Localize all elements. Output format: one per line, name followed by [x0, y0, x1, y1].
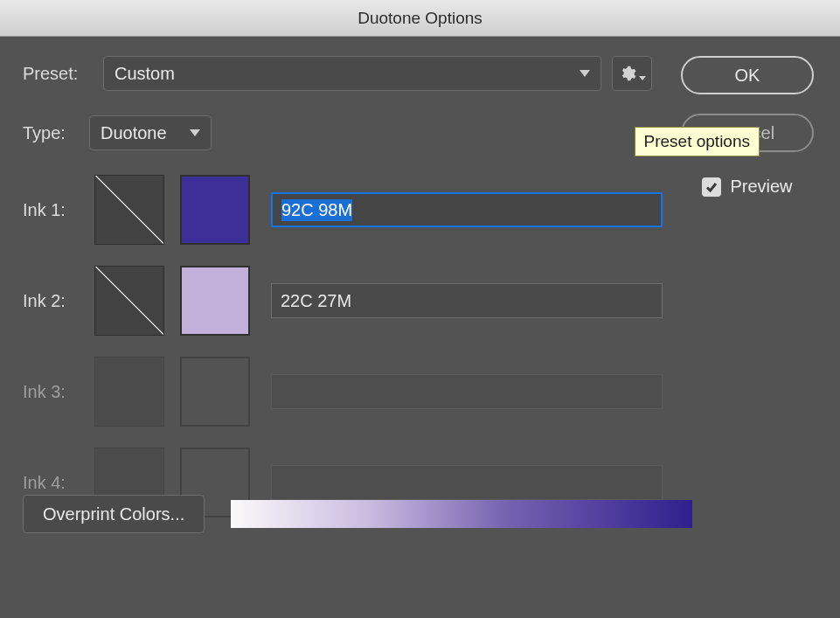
ink-3-label: Ink 3:: [23, 382, 91, 402]
ink-1-name-input[interactable]: 92C 98M: [271, 192, 663, 227]
ink-4-label: Ink 4:: [23, 473, 91, 493]
ok-button[interactable]: OK: [681, 56, 814, 94]
ink-2-swatch[interactable]: [180, 266, 250, 336]
ink-3-swatch: [180, 357, 250, 427]
diagonal-line-icon: [95, 267, 163, 335]
diagonal-line-icon: [95, 176, 163, 244]
ink-1-swatch[interactable]: [180, 175, 250, 245]
ink-2-curve[interactable]: [94, 266, 164, 336]
type-select[interactable]: Duotone: [89, 115, 212, 150]
ink-rows: Ink 1: 92C 98M Ink 2: 22C 27M Ink 3: Ink…: [23, 173, 817, 519]
ink-2-name-input[interactable]: 22C 27M: [271, 283, 663, 318]
ink-1-label: Ink 1:: [23, 200, 91, 220]
preset-label: Preset:: [23, 64, 93, 84]
preset-options-tooltip: Preset options: [635, 127, 760, 156]
window-title: Duotone Options: [358, 9, 482, 28]
duotone-gradient-preview: [231, 500, 692, 528]
ink-3-name-input: [271, 374, 663, 409]
titlebar: Duotone Options: [0, 0, 840, 37]
bottom-row: Overprint Colors...: [23, 495, 817, 533]
type-label: Type:: [23, 123, 79, 143]
ink-3-curve: [94, 357, 164, 427]
ink-1-name-value: 92C 98M: [281, 199, 352, 221]
dialog-body: Preset: Custom Type: Duotone Ink 1: 92C …: [0, 37, 840, 556]
chevron-down-icon: [190, 129, 200, 136]
type-value: Duotone: [101, 123, 167, 143]
preset-value: Custom: [115, 64, 175, 84]
gear-icon: [619, 65, 636, 82]
preview-label: Preview: [730, 177, 792, 197]
preview-checkbox-row[interactable]: Preview: [702, 177, 792, 197]
chevron-down-icon: [580, 70, 590, 77]
ink-1-curve[interactable]: [94, 175, 164, 245]
overprint-colors-button[interactable]: Overprint Colors...: [23, 495, 205, 533]
check-icon: [705, 180, 719, 194]
caret-down-icon: [639, 76, 646, 80]
preset-options-button[interactable]: [612, 56, 652, 91]
ink-2-label: Ink 2:: [23, 291, 91, 311]
preset-select[interactable]: Custom: [103, 56, 601, 91]
ink-row-3: Ink 3:: [23, 355, 817, 428]
ink-2-name-value: 22C 27M: [281, 291, 351, 311]
ink-row-2: Ink 2: 22C 27M: [23, 264, 817, 337]
preview-checkbox[interactable]: [702, 177, 721, 197]
